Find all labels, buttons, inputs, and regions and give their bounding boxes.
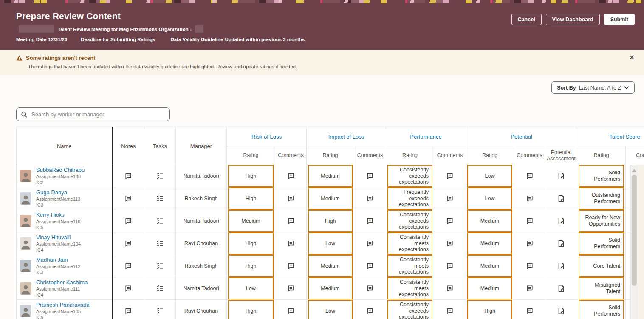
risk-of-loss-rating-field[interactable]: Medium [228,210,274,232]
tasks-button[interactable] [144,232,176,255]
risk-of-loss-comments-button[interactable] [275,165,307,187]
search-input[interactable] [31,111,165,118]
potential-comments-button[interactable] [514,232,545,255]
notes-button[interactable] [113,165,144,187]
worker-name-link[interactable]: Kerry Hicks [36,212,80,218]
potential-comments-button[interactable] [514,210,545,232]
subheader-rating: Rating [577,146,626,165]
potential-comments-button[interactable] [514,277,545,300]
potential-comments-button[interactable] [514,255,545,277]
potential-rating-field[interactable]: Low [467,165,512,187]
worker-name-link[interactable]: SubbaRao Chitrapu [36,167,85,173]
talent-score-rating-field[interactable]: Core Talent [579,255,624,277]
talent-score-rating-field[interactable]: Solid Performers [579,300,624,319]
performance-rating-field[interactable]: Frequently exceeds expectations [387,187,432,210]
notes-button[interactable] [113,300,144,319]
worker-name-link[interactable]: Vinay Hituvalli [36,234,81,241]
notes-button[interactable] [113,232,144,255]
worker-name-link[interactable]: Guga Danya [36,189,80,196]
risk-of-loss-rating-field[interactable]: High [228,255,274,277]
potential-assessment-button[interactable] [545,255,577,277]
notes-button[interactable] [113,277,144,300]
performance-comments-button[interactable] [434,232,466,255]
tasks-button[interactable] [144,165,176,187]
risk-of-loss-comments-button[interactable] [275,232,307,255]
impact-of-loss-rating-field[interactable]: Low [308,300,353,319]
impact-of-loss-comments-button[interactable] [354,300,386,319]
potential-comments-button[interactable] [514,300,545,319]
tasks-button[interactable] [144,300,176,319]
impact-of-loss-rating-field[interactable]: Medium [308,255,353,277]
talent-score-rating-field[interactable]: Solid Performers [579,165,624,187]
impact-of-loss-comments-button[interactable] [354,210,386,232]
impact-of-loss-rating-field[interactable]: Low [308,232,353,255]
view-dashboard-button[interactable]: View Dashboard [546,14,600,25]
potential-assessment-button[interactable] [545,210,577,232]
close-icon[interactable]: ✕ [629,53,635,62]
performance-rating-field[interactable]: Consistently exceeds expectations [387,300,432,319]
scrollbar-up-arrow-icon[interactable] [632,169,636,172]
performance-rating-field[interactable]: Consistently meets expectations [387,255,432,277]
tasks-button[interactable] [144,277,176,300]
potential-assessment-button[interactable] [545,277,577,300]
notes-button[interactable] [113,255,144,277]
tasks-button[interactable] [144,210,176,232]
talent-score-rating-field[interactable]: Outstanding Performers [579,187,624,210]
risk-of-loss-comments-button[interactable] [275,210,307,232]
performance-comments-button[interactable] [434,187,466,210]
performance-rating-field[interactable]: Consistently meets expectations [387,277,432,299]
potential-comments-button[interactable] [514,187,545,210]
impact-of-loss-rating-field[interactable]: Medium [308,187,353,210]
talent-score-rating-field[interactable]: Solid Performers [579,232,624,255]
worker-name-link[interactable]: Madhan Jain [36,257,80,263]
performance-comments-button[interactable] [434,300,466,319]
worker-name-link[interactable]: Christopher Kashima [36,279,88,286]
risk-of-loss-rating-field[interactable]: High [228,187,274,210]
potential-assessment-button[interactable] [545,187,577,210]
talent-score-rating-field[interactable]: Misaligned Talent [579,277,624,299]
talent-score-rating-field[interactable]: Ready for New Opportunities [579,210,624,232]
cancel-button[interactable]: Cancel [511,14,542,25]
impact-of-loss-comments-button[interactable] [354,277,386,300]
impact-of-loss-comments-button[interactable] [354,165,386,187]
risk-of-loss-rating-field[interactable]: High [228,300,274,319]
potential-comments-button[interactable] [514,165,545,187]
potential-rating-field[interactable]: Medium [467,277,512,299]
performance-rating-field[interactable]: Consistently exceeds expectations [387,210,432,232]
impact-of-loss-comments-button[interactable] [354,187,386,210]
potential-assessment-button[interactable] [545,165,577,187]
risk-of-loss-rating-field[interactable]: High [228,232,274,255]
impact-of-loss-rating-field[interactable]: High [308,210,353,232]
performance-comments-button[interactable] [434,165,466,187]
impact-of-loss-rating-field[interactable]: Medium [308,277,353,299]
performance-comments-button[interactable] [434,255,466,277]
notes-button[interactable] [113,187,144,210]
submit-button[interactable]: Submit [604,14,635,25]
performance-rating-field[interactable]: Consistently meets expectations [387,232,432,255]
worker-name-link[interactable]: Pramesh Pandravada [36,302,90,308]
risk-of-loss-rating-field[interactable]: High [228,165,274,187]
risk-of-loss-comments-button[interactable] [275,300,307,319]
impact-of-loss-rating-field[interactable]: Medium [308,165,353,187]
potential-rating-field[interactable]: Medium [467,232,512,255]
tasks-button[interactable] [144,255,176,277]
risk-of-loss-comments-button[interactable] [275,187,307,210]
potential-rating-field[interactable]: High [467,300,512,319]
potential-rating-field[interactable]: Low [467,187,512,210]
potential-rating-field[interactable]: Medium [467,255,512,277]
impact-of-loss-comments-button[interactable] [354,232,386,255]
potential-rating-field[interactable]: Medium [467,210,512,232]
sort-by-dropdown[interactable]: Sort By Last Name, A to Z [551,81,635,94]
scrollbar-thumb[interactable] [632,175,637,286]
risk-of-loss-comments-button[interactable] [275,255,307,277]
performance-rating-field[interactable]: Consistently exceeds expectations [387,165,432,187]
performance-comments-button[interactable] [434,210,466,232]
performance-comments-button[interactable] [434,277,466,300]
risk-of-loss-comments-button[interactable] [275,277,307,300]
notes-button[interactable] [113,210,144,232]
potential-assessment-button[interactable] [545,300,577,319]
potential-assessment-button[interactable] [545,232,577,255]
tasks-button[interactable] [144,187,176,210]
risk-of-loss-rating-field[interactable]: Low [228,277,274,299]
impact-of-loss-comments-button[interactable] [354,255,386,277]
